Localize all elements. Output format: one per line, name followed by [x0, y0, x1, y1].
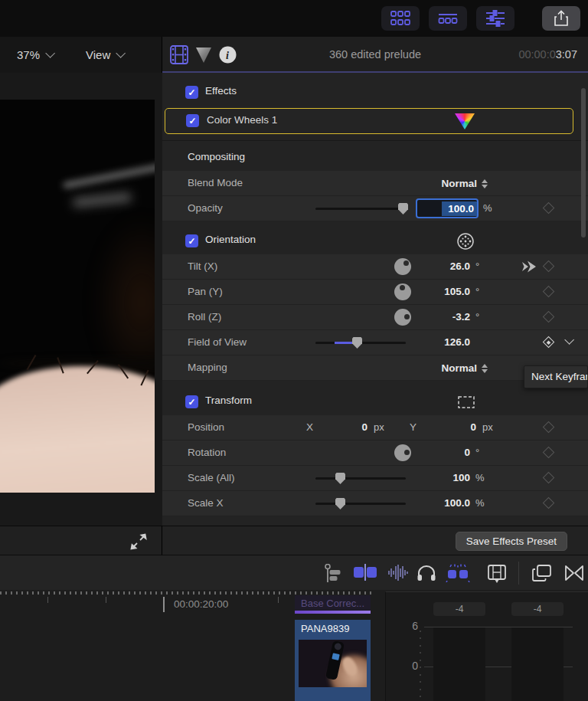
scale-x-row: Scale X 100.0 %: [162, 491, 588, 516]
roll-dial[interactable]: [394, 309, 411, 326]
transform-rect-icon[interactable]: [458, 396, 475, 408]
color-wheels-label: Color Wheels 1: [207, 114, 277, 126]
keyframe-diamond-icon[interactable]: [543, 286, 555, 298]
viewer-panel: [0, 73, 162, 526]
keyframe-tool-icon[interactable]: [320, 564, 343, 582]
next-keyframe-arrow-icon[interactable]: [521, 260, 537, 273]
keyframe-set-icon[interactable]: [543, 336, 555, 349]
color-inspector-icon: [194, 47, 213, 64]
scale-x-unit: %: [475, 497, 485, 509]
reorient-sphere-icon[interactable]: [456, 232, 475, 251]
audio-waveform-icon[interactable]: [387, 564, 409, 581]
rotation-row: Rotation 0 °: [162, 441, 588, 466]
tilt-dial[interactable]: [394, 258, 411, 275]
position-y-label: Y: [410, 421, 416, 433]
scale-x-slider[interactable]: [315, 503, 406, 505]
keyframe-diamond-icon[interactable]: [543, 202, 555, 215]
ruler-major-tick: [163, 597, 165, 612]
transform-checkbox[interactable]: ✓: [185, 395, 198, 408]
opacity-row: Opacity 100.0 %: [162, 196, 588, 221]
rotation-value[interactable]: 0: [413, 447, 470, 458]
transform-section-header: ✓ Transform: [162, 389, 588, 414]
duplicate-icon[interactable]: [532, 564, 552, 582]
inspector-header: 360 edited prelude: [162, 37, 588, 73]
chevron-down-icon[interactable]: [564, 335, 574, 345]
timeline-panel: 00:00:20:00 Base Correc... PANA9839 -4 -…: [0, 590, 588, 701]
transition-bowtie-icon[interactable]: [564, 564, 584, 582]
viewer-bar: 37% View: [0, 37, 162, 73]
keyframe-diamond-icon[interactable]: [543, 421, 555, 434]
scale-all-slider-thumb[interactable]: [335, 473, 345, 484]
timecode-dim-part: 00:00:0: [518, 48, 555, 61]
mapping-dropdown[interactable]: Normal: [407, 355, 488, 381]
adjust-sliders-button[interactable]: [476, 6, 514, 31]
keyframe-diamond-icon[interactable]: [543, 472, 555, 484]
mapping-value: Normal: [441, 362, 477, 374]
color-inspector-tab[interactable]: [194, 47, 213, 64]
filmstrip-icon[interactable]: [487, 564, 507, 584]
opacity-value-field[interactable]: 100.0: [416, 198, 479, 218]
field-of-view-slider[interactable]: [315, 342, 406, 344]
viewer-video-frame[interactable]: [0, 100, 155, 493]
blurred-light-streak: [74, 193, 132, 207]
share-button[interactable]: [542, 6, 580, 31]
stepper-icon: [482, 364, 488, 373]
info-inspector-tab[interactable]: i: [219, 46, 237, 64]
opacity-slider[interactable]: [315, 208, 406, 210]
opacity-slider-thumb[interactable]: [398, 203, 408, 215]
blend-mode-dropdown[interactable]: Normal: [407, 171, 488, 196]
keyframe-diamond-icon[interactable]: [543, 260, 555, 273]
pan-unit: °: [475, 286, 479, 297]
scale-all-value[interactable]: 100: [413, 472, 470, 483]
rotation-dial[interactable]: [394, 444, 411, 461]
color-wheels-checkbox[interactable]: ✓: [186, 114, 199, 127]
expand-fullscreen-icon[interactable]: [130, 533, 147, 550]
scale-all-slider[interactable]: [315, 477, 406, 480]
roll-value[interactable]: -3.2: [413, 311, 470, 323]
share-icon: [554, 10, 569, 27]
trim-clips-icon[interactable]: [352, 564, 380, 581]
keyframe-diamond-icon[interactable]: [543, 447, 555, 459]
pan-dial[interactable]: [394, 283, 411, 300]
blend-mode-row: Blend Mode Normal: [162, 171, 588, 196]
inspector-scrollbar-thumb[interactable]: [581, 88, 586, 237]
color-wheels-effect-row[interactable]: ✓ Color Wheels 1: [165, 108, 573, 134]
timeline-index-button[interactable]: [429, 6, 467, 31]
effects-checkbox[interactable]: ✓: [185, 86, 198, 99]
scale-all-label: Scale (All): [188, 472, 235, 483]
snapping-clips-icon[interactable]: [446, 564, 470, 582]
timecode-bright-part: 3:07: [556, 48, 577, 61]
pan-value[interactable]: 105.0: [413, 286, 470, 297]
roll-label: Roll (Z): [188, 311, 221, 323]
ruler-tick: [106, 597, 106, 603]
compositing-section-header: Compositing: [162, 146, 588, 171]
tilt-value[interactable]: 26.0: [413, 260, 470, 272]
scale-x-slider-thumb[interactable]: [335, 498, 345, 509]
keyframe-diamond-icon[interactable]: [543, 311, 555, 323]
roll-row: Roll (Z) -3.2 °: [162, 305, 588, 330]
orientation-checkbox[interactable]: ✓: [185, 234, 198, 247]
position-y-value[interactable]: 0: [429, 421, 476, 433]
browser-grid-button[interactable]: [381, 6, 420, 31]
headphones-icon[interactable]: [416, 564, 436, 582]
field-of-view-value[interactable]: 126.0: [413, 336, 470, 348]
zoom-level-dropdown[interactable]: 37%: [17, 37, 52, 73]
scale-x-value[interactable]: 100.0: [413, 497, 470, 509]
base-correction-clip[interactable]: Base Correc...: [295, 595, 371, 614]
tilt-unit: °: [475, 260, 479, 272]
position-x-unit: px: [374, 421, 384, 433]
timeline-ruler[interactable]: [0, 591, 372, 595]
scale-all-unit: %: [475, 472, 485, 483]
field-of-view-slider-thumb[interactable]: [352, 337, 362, 349]
view-dropdown[interactable]: View: [86, 37, 122, 73]
svg-text:i: i: [226, 50, 229, 61]
pan-label: Pan (Y): [188, 286, 223, 297]
position-x-value[interactable]: 0: [323, 421, 368, 433]
rotation-label: Rotation: [188, 447, 226, 458]
video-inspector-tab[interactable]: [170, 45, 188, 64]
save-effects-preset-button[interactable]: Save Effects Preset: [456, 532, 567, 551]
pana9839-clip[interactable]: PANA9839: [295, 620, 371, 701]
view-dropdown-label: View: [86, 48, 110, 61]
mapping-label: Mapping: [188, 362, 227, 373]
keyframe-diamond-icon[interactable]: [543, 497, 555, 509]
